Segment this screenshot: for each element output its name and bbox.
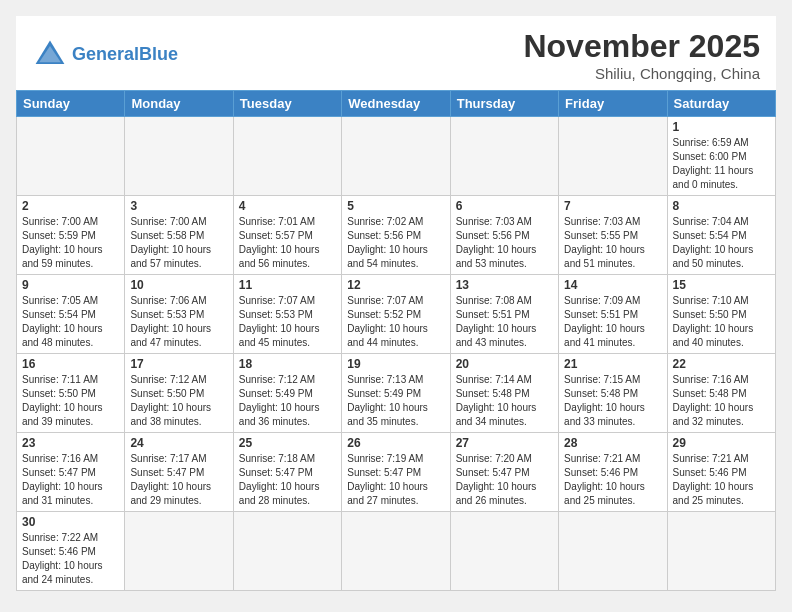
calendar-day-cell: 11Sunrise: 7:07 AM Sunset: 5:53 PM Dayli…: [233, 275, 341, 354]
day-info: Sunrise: 7:00 AM Sunset: 5:58 PM Dayligh…: [130, 215, 227, 271]
title-area: November 2025 Shiliu, Chongqing, China: [523, 28, 760, 82]
calendar-day-cell: 17Sunrise: 7:12 AM Sunset: 5:50 PM Dayli…: [125, 354, 233, 433]
location: Shiliu, Chongqing, China: [523, 65, 760, 82]
calendar-day-cell: 9Sunrise: 7:05 AM Sunset: 5:54 PM Daylig…: [17, 275, 125, 354]
day-number: 13: [456, 278, 553, 292]
calendar-day-cell: 5Sunrise: 7:02 AM Sunset: 5:56 PM Daylig…: [342, 196, 450, 275]
day-info: Sunrise: 7:08 AM Sunset: 5:51 PM Dayligh…: [456, 294, 553, 350]
day-info: Sunrise: 7:03 AM Sunset: 5:56 PM Dayligh…: [456, 215, 553, 271]
calendar-day-cell: 4Sunrise: 7:01 AM Sunset: 5:57 PM Daylig…: [233, 196, 341, 275]
day-info: Sunrise: 7:10 AM Sunset: 5:50 PM Dayligh…: [673, 294, 770, 350]
logo-text: GeneralBlue: [72, 45, 178, 65]
calendar-day-cell: 2Sunrise: 7:00 AM Sunset: 5:59 PM Daylig…: [17, 196, 125, 275]
calendar-day-cell: [125, 117, 233, 196]
calendar-week-row: 9Sunrise: 7:05 AM Sunset: 5:54 PM Daylig…: [17, 275, 776, 354]
calendar-day-cell: 22Sunrise: 7:16 AM Sunset: 5:48 PM Dayli…: [667, 354, 775, 433]
calendar-day-cell: 13Sunrise: 7:08 AM Sunset: 5:51 PM Dayli…: [450, 275, 558, 354]
calendar-page: GeneralBlue November 2025 Shiliu, Chongq…: [16, 16, 776, 591]
calendar-day-cell: 7Sunrise: 7:03 AM Sunset: 5:55 PM Daylig…: [559, 196, 667, 275]
day-info: Sunrise: 7:02 AM Sunset: 5:56 PM Dayligh…: [347, 215, 444, 271]
day-number: 9: [22, 278, 119, 292]
day-info: Sunrise: 7:14 AM Sunset: 5:48 PM Dayligh…: [456, 373, 553, 429]
day-info: Sunrise: 7:03 AM Sunset: 5:55 PM Dayligh…: [564, 215, 661, 271]
day-info: Sunrise: 7:19 AM Sunset: 5:47 PM Dayligh…: [347, 452, 444, 508]
month-title: November 2025: [523, 28, 760, 65]
day-number: 18: [239, 357, 336, 371]
day-info: Sunrise: 7:21 AM Sunset: 5:46 PM Dayligh…: [673, 452, 770, 508]
calendar-day-cell: 1Sunrise: 6:59 AM Sunset: 6:00 PM Daylig…: [667, 117, 775, 196]
day-number: 21: [564, 357, 661, 371]
calendar-day-cell: 16Sunrise: 7:11 AM Sunset: 5:50 PM Dayli…: [17, 354, 125, 433]
page-header: GeneralBlue November 2025 Shiliu, Chongq…: [16, 16, 776, 90]
weekday-header-friday: Friday: [559, 91, 667, 117]
day-number: 5: [347, 199, 444, 213]
weekday-header-sunday: Sunday: [17, 91, 125, 117]
weekday-header-monday: Monday: [125, 91, 233, 117]
day-number: 1: [673, 120, 770, 134]
day-info: Sunrise: 7:12 AM Sunset: 5:49 PM Dayligh…: [239, 373, 336, 429]
day-number: 25: [239, 436, 336, 450]
day-number: 7: [564, 199, 661, 213]
weekday-header-row: SundayMondayTuesdayWednesdayThursdayFrid…: [17, 91, 776, 117]
calendar-day-cell: [233, 117, 341, 196]
calendar-day-cell: [233, 512, 341, 591]
day-number: 12: [347, 278, 444, 292]
day-info: Sunrise: 7:07 AM Sunset: 5:53 PM Dayligh…: [239, 294, 336, 350]
day-number: 11: [239, 278, 336, 292]
day-info: Sunrise: 7:16 AM Sunset: 5:48 PM Dayligh…: [673, 373, 770, 429]
calendar-week-row: 23Sunrise: 7:16 AM Sunset: 5:47 PM Dayli…: [17, 433, 776, 512]
day-info: Sunrise: 7:00 AM Sunset: 5:59 PM Dayligh…: [22, 215, 119, 271]
day-number: 26: [347, 436, 444, 450]
day-info: Sunrise: 7:18 AM Sunset: 5:47 PM Dayligh…: [239, 452, 336, 508]
day-info: Sunrise: 7:16 AM Sunset: 5:47 PM Dayligh…: [22, 452, 119, 508]
day-number: 8: [673, 199, 770, 213]
day-number: 29: [673, 436, 770, 450]
calendar-day-cell: 20Sunrise: 7:14 AM Sunset: 5:48 PM Dayli…: [450, 354, 558, 433]
day-number: 6: [456, 199, 553, 213]
day-number: 10: [130, 278, 227, 292]
day-info: Sunrise: 7:13 AM Sunset: 5:49 PM Dayligh…: [347, 373, 444, 429]
day-number: 24: [130, 436, 227, 450]
logo: GeneralBlue: [32, 37, 178, 73]
calendar-day-cell: [17, 117, 125, 196]
day-info: Sunrise: 7:15 AM Sunset: 5:48 PM Dayligh…: [564, 373, 661, 429]
day-number: 27: [456, 436, 553, 450]
day-info: Sunrise: 7:07 AM Sunset: 5:52 PM Dayligh…: [347, 294, 444, 350]
day-info: Sunrise: 7:09 AM Sunset: 5:51 PM Dayligh…: [564, 294, 661, 350]
calendar-day-cell: [342, 512, 450, 591]
calendar-day-cell: 28Sunrise: 7:21 AM Sunset: 5:46 PM Dayli…: [559, 433, 667, 512]
calendar-day-cell: 21Sunrise: 7:15 AM Sunset: 5:48 PM Dayli…: [559, 354, 667, 433]
day-number: 22: [673, 357, 770, 371]
calendar-day-cell: [667, 512, 775, 591]
calendar-table: SundayMondayTuesdayWednesdayThursdayFrid…: [16, 90, 776, 591]
calendar-day-cell: 24Sunrise: 7:17 AM Sunset: 5:47 PM Dayli…: [125, 433, 233, 512]
day-number: 14: [564, 278, 661, 292]
calendar-day-cell: [125, 512, 233, 591]
day-number: 23: [22, 436, 119, 450]
calendar-week-row: 1Sunrise: 6:59 AM Sunset: 6:00 PM Daylig…: [17, 117, 776, 196]
calendar-day-cell: 25Sunrise: 7:18 AM Sunset: 5:47 PM Dayli…: [233, 433, 341, 512]
calendar-day-cell: [559, 117, 667, 196]
day-number: 30: [22, 515, 119, 529]
calendar-day-cell: [559, 512, 667, 591]
day-info: Sunrise: 7:20 AM Sunset: 5:47 PM Dayligh…: [456, 452, 553, 508]
day-number: 4: [239, 199, 336, 213]
weekday-header-saturday: Saturday: [667, 91, 775, 117]
calendar-day-cell: 15Sunrise: 7:10 AM Sunset: 5:50 PM Dayli…: [667, 275, 775, 354]
day-info: Sunrise: 7:21 AM Sunset: 5:46 PM Dayligh…: [564, 452, 661, 508]
calendar-day-cell: 6Sunrise: 7:03 AM Sunset: 5:56 PM Daylig…: [450, 196, 558, 275]
day-info: Sunrise: 7:06 AM Sunset: 5:53 PM Dayligh…: [130, 294, 227, 350]
calendar-day-cell: 3Sunrise: 7:00 AM Sunset: 5:58 PM Daylig…: [125, 196, 233, 275]
calendar-day-cell: 14Sunrise: 7:09 AM Sunset: 5:51 PM Dayli…: [559, 275, 667, 354]
day-info: Sunrise: 7:05 AM Sunset: 5:54 PM Dayligh…: [22, 294, 119, 350]
day-number: 28: [564, 436, 661, 450]
calendar-day-cell: [450, 117, 558, 196]
day-number: 3: [130, 199, 227, 213]
weekday-header-tuesday: Tuesday: [233, 91, 341, 117]
calendar-day-cell: 29Sunrise: 7:21 AM Sunset: 5:46 PM Dayli…: [667, 433, 775, 512]
day-info: Sunrise: 7:04 AM Sunset: 5:54 PM Dayligh…: [673, 215, 770, 271]
logo-blue: Blue: [139, 44, 178, 64]
calendar-week-row: 16Sunrise: 7:11 AM Sunset: 5:50 PM Dayli…: [17, 354, 776, 433]
calendar-day-cell: 30Sunrise: 7:22 AM Sunset: 5:46 PM Dayli…: [17, 512, 125, 591]
calendar-day-cell: [342, 117, 450, 196]
